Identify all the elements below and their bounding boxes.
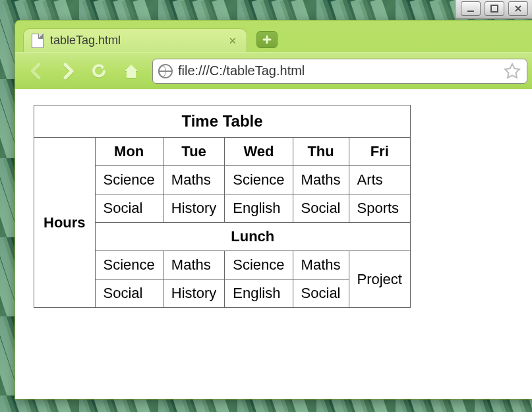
day-header: Wed	[225, 138, 293, 166]
forward-button[interactable]	[53, 57, 82, 86]
cell: Science	[225, 251, 293, 280]
minimize-button[interactable]	[461, 1, 481, 16]
close-window-button[interactable]	[508, 1, 528, 16]
address-bar[interactable]: file:///C:/tableTag.html	[152, 59, 527, 84]
new-tab-button[interactable]	[256, 31, 278, 48]
back-button[interactable]	[22, 57, 51, 86]
cell: Maths	[293, 251, 349, 280]
close-tab-button[interactable]: ×	[229, 35, 236, 47]
cell: Maths	[163, 251, 224, 280]
day-header: Thu	[293, 138, 349, 166]
project-cell: Project	[349, 251, 410, 308]
cell: Social	[95, 280, 163, 308]
cell: Maths	[163, 166, 224, 194]
cell: English	[225, 194, 293, 223]
file-icon	[32, 34, 44, 48]
home-button[interactable]	[117, 57, 146, 86]
time-table: Time Table Hours Mon Tue Wed Thu Fri Sci…	[34, 105, 411, 308]
svg-rect-0	[467, 11, 474, 12]
globe-icon	[158, 64, 173, 78]
maximize-button[interactable]	[485, 1, 504, 16]
cell: Science	[95, 166, 163, 194]
cell: Science	[225, 166, 293, 194]
browser-tab[interactable]: tableTag.html ×	[23, 28, 247, 52]
window-controls	[455, 0, 532, 19]
cell: Arts	[349, 166, 410, 194]
cell: Social	[293, 194, 349, 223]
url-text: file:///C:/tableTag.html	[178, 63, 305, 78]
day-header: Fri	[349, 138, 410, 166]
bookmark-star-icon[interactable]	[503, 62, 521, 80]
table-title: Time Table	[34, 105, 411, 138]
tab-strip: tableTag.html ×	[15, 20, 532, 52]
cell: Maths	[293, 166, 349, 194]
cell: Science	[95, 251, 163, 280]
day-header: Tue	[163, 138, 224, 166]
cell: History	[163, 194, 224, 223]
reload-button[interactable]	[85, 57, 114, 86]
browser-toolbar: file:///C:/tableTag.html	[15, 52, 532, 89]
day-header: Mon	[95, 138, 163, 166]
cell: Social	[95, 194, 163, 223]
svg-rect-1	[491, 5, 498, 12]
cell: English	[225, 280, 293, 308]
cell: Social	[293, 280, 349, 308]
browser-window: tableTag.html × file:///C:/tableTag.html	[15, 20, 532, 399]
hours-header: Hours	[34, 138, 96, 308]
cell: History	[163, 280, 224, 308]
cell: Sports	[349, 194, 410, 223]
lunch-row: Lunch	[95, 223, 410, 251]
page-viewport: Time Table Hours Mon Tue Wed Thu Fri Sci…	[15, 89, 532, 399]
tab-title: tableTag.html	[50, 34, 121, 47]
